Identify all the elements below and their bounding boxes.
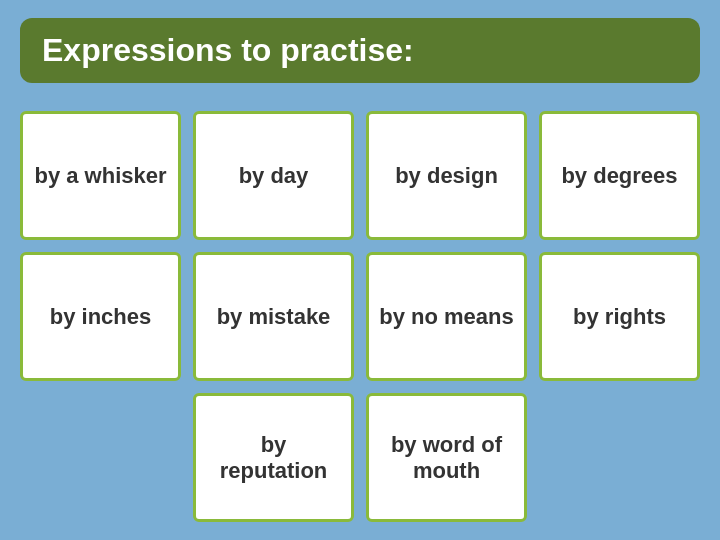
card-by-day[interactable]: by day [193, 111, 354, 240]
card-empty-2 [539, 393, 700, 522]
card-by-word-of-mouth[interactable]: by word of mouth [366, 393, 527, 522]
expressions-grid: by a whisker by day by design by degrees… [20, 111, 700, 522]
page-title: Expressions to practise: [42, 32, 414, 68]
card-label: by no means [379, 304, 513, 330]
card-label: by inches [50, 304, 151, 330]
title-box: Expressions to practise: [20, 18, 700, 83]
card-label: by rights [573, 304, 666, 330]
card-label: by reputation [204, 432, 343, 484]
card-label: by design [395, 163, 498, 189]
card-by-design[interactable]: by design [366, 111, 527, 240]
card-by-degrees[interactable]: by degrees [539, 111, 700, 240]
card-label: by word of mouth [377, 432, 516, 484]
card-empty-1 [20, 393, 181, 522]
card-by-rights[interactable]: by rights [539, 252, 700, 381]
card-by-reputation[interactable]: by reputation [193, 393, 354, 522]
card-by-inches[interactable]: by inches [20, 252, 181, 381]
card-label: by mistake [217, 304, 331, 330]
card-by-a-whisker[interactable]: by a whisker [20, 111, 181, 240]
card-by-mistake[interactable]: by mistake [193, 252, 354, 381]
card-label: by day [239, 163, 309, 189]
card-label: by degrees [561, 163, 677, 189]
card-label: by a whisker [34, 163, 166, 189]
card-by-no-means[interactable]: by no means [366, 252, 527, 381]
